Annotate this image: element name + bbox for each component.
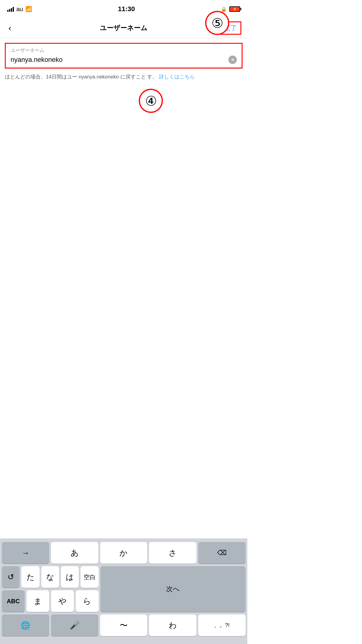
key-ra[interactable]: ら — [76, 590, 99, 612]
key-ya[interactable]: や — [51, 590, 74, 612]
key-ma[interactable]: ま — [27, 590, 49, 612]
content-area: ユーザーネーム ✕ ほとんどの場合、14日間はユー nyanya.nekonek… — [0, 43, 247, 85]
key-arrow[interactable]: → — [2, 542, 49, 564]
keyboard-rows-23-left: ↺ た な は 空白 ABC — [2, 566, 99, 612]
key-label: か — [119, 548, 128, 558]
lock-icon: 🔒 — [221, 6, 227, 12]
keyboard-row-4: 🌐 🎤 〜 わ 、。?! — [2, 614, 246, 636]
annotation-badge-5: ⑤ — [205, 11, 229, 35]
key-label: 次へ — [166, 585, 180, 594]
status-time: 11:30 — [118, 5, 135, 13]
key-na[interactable]: な — [41, 566, 59, 588]
keyboard: → あ か さ ⌫ ↺ た な — [0, 538, 247, 644]
key-label: な — [46, 572, 54, 582]
carrier-label: au — [16, 6, 23, 13]
input-label: ユーザーネーム — [11, 47, 237, 54]
key-abc[interactable]: ABC — [2, 590, 25, 612]
mic-icon: 🎤 — [70, 621, 79, 630]
key-wave[interactable]: 〜 — [100, 614, 148, 636]
info-text-link[interactable]: 詳しくはこちら — [159, 74, 195, 80]
key-undo[interactable]: ↺ — [2, 566, 20, 588]
status-right: 🔒 ⚡ — [221, 6, 240, 12]
keyboard-row-2: ↺ た な は 空白 — [2, 566, 99, 588]
key-label: ABC — [7, 598, 20, 605]
key-label: → — [21, 548, 29, 558]
input-row: ✕ — [11, 56, 237, 64]
back-button[interactable]: ‹ — [6, 21, 14, 35]
key-mic[interactable]: 🎤 — [51, 614, 98, 636]
charging-icon: ⚡ — [233, 7, 237, 11]
clear-icon: ✕ — [231, 57, 235, 63]
key-label: 空白 — [84, 573, 96, 581]
username-input[interactable] — [11, 56, 228, 64]
delete-icon: ⌫ — [217, 549, 227, 557]
info-text-part2: nyanya.nekoneko に戻すこと — [79, 74, 146, 80]
key-globe[interactable]: 🌐 — [2, 614, 49, 636]
key-label: さ — [169, 548, 177, 558]
key-label: や — [59, 596, 67, 607]
wifi-icon: 📶 — [25, 6, 32, 12]
battery-indicator: ⚡ — [229, 6, 240, 12]
key-label: ↺ — [8, 572, 14, 582]
key-label: 、。?! — [214, 622, 230, 629]
key-label: ま — [34, 596, 42, 607]
key-label: 〜 — [120, 620, 128, 631]
info-text-part3: す。 — [147, 74, 157, 80]
keyboard-row-1: → あ か さ ⌫ — [2, 542, 246, 564]
annotation-badge-4: ④ — [139, 89, 163, 113]
key-label: た — [27, 572, 35, 582]
key-ka[interactable]: か — [100, 542, 148, 564]
key-label: わ — [169, 620, 177, 631]
info-text-part1: ほとんどの場合、14日間はユー — [5, 74, 77, 80]
key-label: ら — [83, 596, 91, 607]
key-ta[interactable]: た — [21, 566, 39, 588]
page-title: ユーザーネーム — [100, 24, 148, 33]
clear-button[interactable]: ✕ — [228, 56, 237, 64]
key-label: は — [66, 572, 74, 582]
signal-bars — [7, 6, 14, 12]
key-space[interactable]: 空白 — [81, 566, 98, 588]
status-left: au 📶 — [7, 6, 32, 13]
key-next[interactable]: 次へ — [100, 566, 246, 612]
key-a[interactable]: あ — [51, 542, 98, 564]
key-wa[interactable]: わ — [149, 614, 196, 636]
info-text: ほとんどの場合、14日間はユー nyanya.nekoneko に戻すこと す。… — [0, 69, 247, 85]
key-ha[interactable]: は — [61, 566, 79, 588]
username-input-section: ユーザーネーム ✕ — [5, 43, 243, 69]
key-punct[interactable]: 、。?! — [198, 614, 246, 636]
key-sa[interactable]: さ — [149, 542, 196, 564]
keyboard-rows-23-wrap: ↺ た な は 空白 ABC — [2, 566, 246, 612]
key-label: あ — [71, 548, 79, 558]
key-delete[interactable]: ⌫ — [198, 542, 246, 564]
globe-icon: 🌐 — [21, 621, 30, 630]
keyboard-row-3: ABC ま や ら — [2, 590, 99, 612]
